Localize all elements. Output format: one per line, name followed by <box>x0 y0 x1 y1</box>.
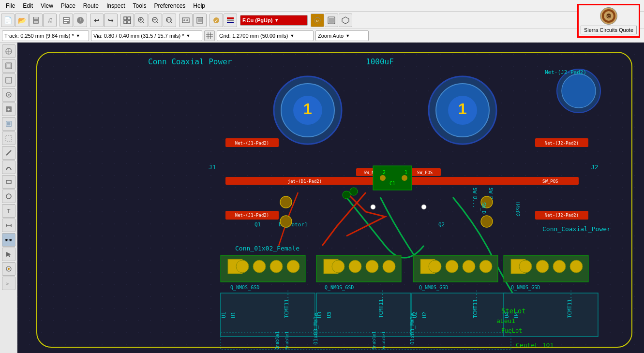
tool-add-text[interactable]: T <box>2 204 15 218</box>
menu-inspect[interactable]: Inspect <box>103 1 129 10</box>
svg-text:1: 1 <box>404 170 407 175</box>
svg-point-112 <box>380 175 386 181</box>
svg-point-50 <box>8 94 10 96</box>
svg-rect-31 <box>227 19 234 21</box>
svg-point-177 <box>343 191 350 199</box>
menu-preferences[interactable]: Preferences <box>150 1 190 10</box>
menu-edit[interactable]: Edit <box>19 1 37 10</box>
svg-text:1: 1 <box>458 100 467 118</box>
svg-point-141 <box>570 260 583 273</box>
print-button[interactable]: 🖨 <box>43 14 57 27</box>
undo-button[interactable]: ↩ <box>90 14 104 27</box>
layer-select-value: F.Cu (PgUp) <box>242 17 272 23</box>
svg-point-134 <box>463 260 475 273</box>
menu-bar: File Edit View Place Route Inspect Tools… <box>0 0 644 12</box>
svg-text:01x03_Male: 01x03_Male <box>313 313 319 345</box>
svg-rect-1 <box>34 17 38 19</box>
board-setup-button[interactable] <box>325 14 338 27</box>
layer-manager-button[interactable] <box>224 14 237 27</box>
tool-measure[interactable] <box>2 219 15 232</box>
svg-point-123 <box>287 260 300 273</box>
svg-text:aLeu1: aLeu1 <box>496 317 515 324</box>
menu-route[interactable]: Route <box>79 1 103 10</box>
layer-select[interactable]: F.Cu (PgUp) ▼ <box>240 15 308 26</box>
grid-value: Grid: 1.2700 mm (50.00 mils) <box>219 33 288 39</box>
tool-draw-arc[interactable] <box>2 161 15 174</box>
tool-draw-rect[interactable] <box>2 175 15 189</box>
svg-rect-4 <box>64 18 69 19</box>
svg-text:!: ! <box>80 18 81 23</box>
svg-text:Q_NM0S_GSD: Q_NM0S_GSD <box>419 285 448 291</box>
redo-button[interactable]: ↪ <box>104 14 118 27</box>
svg-point-135 <box>479 260 492 273</box>
svg-text:Q_NM0S_GSD: Q_NM0S_GSD <box>325 285 354 291</box>
zoom-out-button[interactable] <box>149 14 162 27</box>
svg-rect-27 <box>198 18 202 22</box>
interactive-router-button[interactable]: R <box>311 14 324 27</box>
svg-text:SW_POS: SW_POS <box>542 179 558 184</box>
svg-text:Q1: Q1 <box>255 221 261 228</box>
left-toolbar: + T mm >_ <box>0 43 17 353</box>
svg-point-180 <box>481 216 493 227</box>
tool-add-footprint[interactable]: + <box>2 103 15 116</box>
gerber-button[interactable] <box>60 14 73 27</box>
svg-rect-12 <box>128 21 131 24</box>
highlight-button[interactable]: ✓ <box>210 14 223 27</box>
tool-diff-pair[interactable] <box>2 74 15 87</box>
tool-via[interactable] <box>2 88 15 102</box>
svg-text:C1: C1 <box>389 181 395 186</box>
zoom-fit-button[interactable] <box>120 14 134 27</box>
save-button[interactable] <box>29 14 43 27</box>
pcb-canvas[interactable]: Conn_Coaxial_Power 1000uF 1 1 Net-(J2-Pa… <box>17 43 644 353</box>
svg-text:CeuteL 101: CeuteL 101 <box>516 341 554 349</box>
zoom-in-button[interactable] <box>135 14 148 27</box>
open-button[interactable]: 📂 <box>15 14 29 27</box>
svg-point-113 <box>402 175 407 181</box>
menu-tools[interactable]: Tools <box>129 1 150 10</box>
svg-point-182 <box>280 216 292 227</box>
svg-point-133 <box>446 260 458 273</box>
track-value: Track: 0.250 mm (9.84 mils) * <box>4 33 74 39</box>
menu-file[interactable]: File <box>2 1 19 10</box>
tool-route[interactable] <box>2 59 15 73</box>
svg-point-175 <box>371 205 375 209</box>
svg-point-120 <box>236 260 249 273</box>
tool-rule-area[interactable] <box>2 132 15 145</box>
svg-rect-9 <box>124 17 127 20</box>
sierra-circuits-quote-button[interactable]: Sierra Circuits Quote <box>581 26 637 34</box>
menu-help[interactable]: Help <box>189 1 209 10</box>
zoom-original-button[interactable]: 1:1 <box>163 14 176 27</box>
grid-settings-button[interactable] <box>204 30 215 41</box>
tool-cursor[interactable] <box>2 44 15 58</box>
svg-text:U1: U1 <box>221 312 227 318</box>
tool-zone[interactable] <box>2 117 15 131</box>
menu-view[interactable]: View <box>37 1 57 10</box>
pcb-3d-button[interactable] <box>339 14 352 27</box>
tool-scripting[interactable]: >_ <box>2 277 15 290</box>
netlist-button[interactable] <box>179 14 193 27</box>
track-select[interactable]: Track: 0.250 mm (9.84 mils) * ▼ <box>2 30 89 41</box>
tool-draw-circle[interactable] <box>2 190 15 203</box>
tool-pointer[interactable] <box>2 248 15 261</box>
svg-rect-55 <box>6 135 12 141</box>
drc-button[interactable]: ! <box>74 14 87 27</box>
svg-text:TCMT11...: TCMT11... <box>472 289 479 318</box>
sierra-icon[interactable]: PCB <box>600 7 617 25</box>
svg-text:5teLot: 5teLot <box>501 307 526 315</box>
svg-text:Q_NM0S_GSD: Q_NM0S_GSD <box>511 285 540 291</box>
grid-select[interactable]: Grid: 1.2700 mm (50.00 mils) ▼ <box>217 30 314 41</box>
via-select[interactable]: Via: 0.80 / 0.40 mm (31.5 / 15.7 mils) *… <box>91 30 202 41</box>
svg-rect-2 <box>34 21 38 23</box>
component-button[interactable] <box>193 14 207 27</box>
svg-text:TCMT11...: TCMT11... <box>284 289 290 318</box>
svg-text:Enable1: Enable1 <box>372 331 376 350</box>
menu-place[interactable]: Place <box>57 1 79 10</box>
zoom-select[interactable]: Zoom Auto ▼ <box>315 30 369 41</box>
new-button[interactable]: 📄 <box>1 14 15 27</box>
tool-draw-line[interactable] <box>2 146 15 160</box>
svg-text:Enable1: Enable1 <box>285 331 289 350</box>
svg-text:jet-(D1-Pad2): jet-(D1-Pad2) <box>288 179 322 184</box>
tool-mm[interactable]: mm <box>2 233 15 247</box>
tool-highlight-net[interactable] <box>2 262 15 276</box>
svg-text:1: 1 <box>303 100 312 118</box>
